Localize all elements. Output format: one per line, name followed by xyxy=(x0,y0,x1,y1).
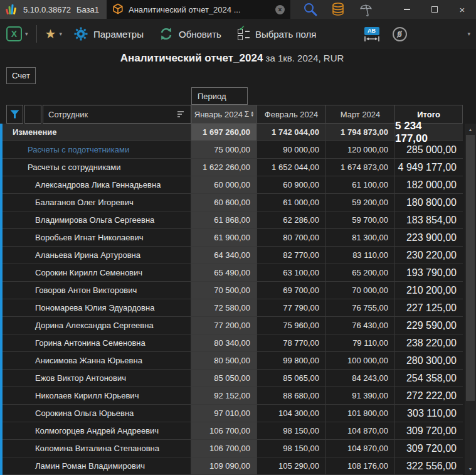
value-cell[interactable]: 69 700,00 xyxy=(257,282,326,299)
scroll-down-icon[interactable]: ▼ xyxy=(465,464,476,474)
value-cell[interactable]: 227 125,00 xyxy=(395,299,463,316)
filter-button[interactable] xyxy=(6,105,23,124)
export-dropdown-caret-icon[interactable]: ▾ xyxy=(25,31,28,37)
row-label[interactable]: Пономарева Юлия Эдуардовна xyxy=(0,299,191,316)
value-cell[interactable]: 76 430,00 xyxy=(326,317,395,334)
column-header-january[interactable]: Январь 2024 Σ ▲▼ xyxy=(191,105,257,124)
database-icon[interactable] xyxy=(331,2,346,17)
employee-column-header[interactable]: Сотрудник xyxy=(43,105,191,124)
value-cell[interactable]: 75 960,00 xyxy=(257,317,326,334)
value-cell[interactable]: 98 150,00 xyxy=(257,440,326,457)
row-header-corner-cell[interactable] xyxy=(24,105,41,124)
row-label[interactable]: Воробьев Игнат Николаевич xyxy=(0,229,191,246)
value-cell[interactable]: 61 000,00 xyxy=(257,194,326,211)
value-cell[interactable]: 72 580,00 xyxy=(191,299,257,316)
value-cell[interactable]: 285 000,00 xyxy=(395,141,463,158)
value-cell[interactable]: 65 200,00 xyxy=(326,264,395,281)
scrollbar-thumb[interactable] xyxy=(466,135,475,401)
row-label[interactable]: Ламин Роман Владимирович xyxy=(0,457,191,474)
value-cell[interactable]: 1 697 260,00 xyxy=(191,124,257,141)
row-label[interactable]: Владимирова Ольга Сергеевна xyxy=(0,211,191,228)
row-label[interactable]: Сорокин Кирилл Семенович xyxy=(0,264,191,281)
value-cell[interactable]: 77 200,00 xyxy=(191,317,257,334)
toolbar-overflow-caret-icon[interactable]: ▾ xyxy=(467,31,470,37)
row-label[interactable]: Горина Антонина Семеновна xyxy=(0,334,191,351)
row-label[interactable]: Анисимова Жанна Юрьевна xyxy=(0,352,191,369)
value-cell[interactable]: 1 674 873,00 xyxy=(326,159,395,176)
tab-close-icon[interactable]: × xyxy=(275,5,285,14)
value-cell[interactable]: 65 490,00 xyxy=(191,264,257,281)
value-cell[interactable]: 182 000,00 xyxy=(395,176,463,193)
row-label[interactable]: Балаганов Олег Игоревич xyxy=(0,194,191,211)
value-cell[interactable]: 120 000,00 xyxy=(326,141,395,158)
value-cell[interactable]: 85 065,00 xyxy=(257,370,326,387)
value-cell[interactable]: 104 870,00 xyxy=(326,422,395,439)
value-cell[interactable]: 85 050,00 xyxy=(191,370,257,387)
hide-zeros-icon[interactable]: 0 xyxy=(393,27,407,41)
parameters-button[interactable]: Параметры xyxy=(93,29,144,40)
value-cell[interactable]: 210 200,00 xyxy=(395,282,463,299)
refresh-icon[interactable] xyxy=(159,26,174,41)
row-label[interactable]: Николаев Кирилл Юрьевич xyxy=(0,387,191,404)
value-cell[interactable]: 1 652 044,00 xyxy=(257,159,326,176)
value-cell[interactable]: 99 800,00 xyxy=(257,352,326,369)
value-cell[interactable]: 61 100,00 xyxy=(326,176,395,193)
value-cell[interactable]: 1 742 044,00 xyxy=(257,124,326,141)
value-cell[interactable]: 109 090,00 xyxy=(191,457,257,474)
row-label[interactable]: Дорина Александра Сергеевна xyxy=(0,317,191,334)
value-cell[interactable]: 81 300,00 xyxy=(326,229,395,246)
value-cell[interactable]: 100 000,00 xyxy=(326,352,395,369)
row-label[interactable]: Сорокина Ольга Юрьевна xyxy=(0,405,191,422)
value-cell[interactable]: 92 152,00 xyxy=(191,387,257,404)
value-cell[interactable]: 88 680,00 xyxy=(257,387,326,404)
value-cell[interactable]: 78 770,00 xyxy=(257,334,326,351)
row-label[interactable]: Колмогорцев Андрей Андреевич xyxy=(0,422,191,439)
value-cell[interactable]: 79 110,00 xyxy=(326,334,395,351)
value-cell[interactable]: 254 358,00 xyxy=(395,370,463,387)
value-cell[interactable]: 193 790,00 xyxy=(395,264,463,281)
value-cell[interactable]: 91 390,00 xyxy=(326,387,395,404)
gear-icon[interactable] xyxy=(73,26,88,41)
value-cell[interactable]: 59 200,00 xyxy=(326,194,395,211)
value-cell[interactable]: 61 868,00 xyxy=(191,211,257,228)
row-label[interactable]: Расчеты с подотчетниками xyxy=(0,141,191,158)
column-header-march[interactable]: Март 2024 xyxy=(326,105,395,124)
value-cell[interactable]: 1 622 260,00 xyxy=(191,159,257,176)
row-label[interactable]: Александрова Лика Геннадьевна xyxy=(0,176,191,193)
value-cell[interactable]: 80 500,00 xyxy=(191,352,257,369)
umbrella-icon[interactable] xyxy=(358,2,374,17)
value-cell[interactable]: 70 500,00 xyxy=(191,282,257,299)
row-label[interactable]: Ежов Виктор Антонович xyxy=(0,370,191,387)
value-cell[interactable]: 63 100,00 xyxy=(257,264,326,281)
grid-view-icon[interactable] xyxy=(334,28,350,40)
value-cell[interactable]: 59 700,00 xyxy=(326,211,395,228)
value-cell[interactable]: 223 900,00 xyxy=(395,229,463,246)
favorites-star-icon[interactable]: ★ xyxy=(45,28,56,40)
value-cell[interactable]: 98 150,00 xyxy=(257,422,326,439)
value-cell[interactable]: 84 243,00 xyxy=(326,370,395,387)
value-cell[interactable]: 62 286,00 xyxy=(257,211,326,228)
value-cell[interactable]: 77 790,00 xyxy=(257,299,326,316)
value-cell[interactable]: 80 700,00 xyxy=(257,229,326,246)
value-cell[interactable]: 83 110,00 xyxy=(326,247,395,264)
minimize-button[interactable] xyxy=(393,0,421,19)
select-fields-icon[interactable]: ✓ xyxy=(238,28,250,40)
refresh-button[interactable]: Обновить xyxy=(179,29,221,40)
value-cell[interactable]: 238 220,00 xyxy=(395,334,463,351)
value-cell[interactable]: 106 700,00 xyxy=(191,422,257,439)
column-header-february[interactable]: Февраль 2024 xyxy=(257,105,326,124)
value-cell[interactable]: 82 770,00 xyxy=(257,247,326,264)
account-filter-button[interactable]: Счет xyxy=(6,67,36,84)
value-cell[interactable]: 76 755,00 xyxy=(326,299,395,316)
value-cell[interactable]: 80 340,00 xyxy=(191,334,257,351)
value-cell[interactable]: 230 220,00 xyxy=(395,247,463,264)
value-cell[interactable]: 303 110,00 xyxy=(395,405,463,422)
value-cell[interactable]: 322 556,00 xyxy=(395,457,463,474)
close-button[interactable]: × xyxy=(448,0,476,19)
value-cell[interactable]: 5 234 177,00 xyxy=(395,124,463,141)
select-fields-button[interactable]: Выбрать поля xyxy=(255,29,317,40)
value-cell[interactable]: 4 949 177,00 xyxy=(395,159,463,176)
period-field-header[interactable]: Период xyxy=(191,87,248,105)
column-width-icon[interactable]: AB xyxy=(364,27,380,41)
row-label[interactable]: Аланьева Ирина Артуровна xyxy=(0,247,191,264)
